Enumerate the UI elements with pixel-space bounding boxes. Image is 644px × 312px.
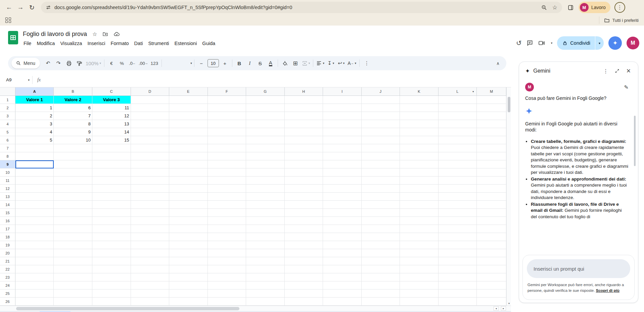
cell-H5[interactable] [285,128,323,136]
cell-A7[interactable] [15,144,54,152]
cell-F10[interactable] [208,168,246,177]
cell-I6[interactable] [323,136,362,144]
cell-C3[interactable]: 12 [92,112,131,120]
cell-J10[interactable] [362,168,400,177]
cell-J4[interactable] [362,120,400,128]
cell-G1[interactable] [246,96,285,104]
cell-A16[interactable] [15,217,54,225]
cell-E9[interactable] [169,160,208,168]
cell-K15[interactable] [400,209,439,217]
cell-H4[interactable] [285,120,323,128]
cell-E23[interactable] [169,273,208,281]
cell-D18[interactable] [131,233,170,241]
merge-cells-icon[interactable]: ▾ [301,58,311,68]
hide-toolbar-icon[interactable]: ∧ [493,58,503,68]
gemini-close-icon[interactable]: × [625,67,633,75]
row-header-18[interactable]: 18 [0,233,15,241]
cell-G13[interactable] [246,193,285,201]
cell-H22[interactable] [285,265,323,273]
cell-C14[interactable] [92,201,131,209]
cell-L26[interactable] [439,298,477,306]
cell-I25[interactable] [323,289,362,298]
increase-font-size-button[interactable]: + [220,58,230,68]
borders-icon[interactable]: ⊞ [290,58,301,68]
cell-C8[interactable] [92,152,131,160]
cell-A6[interactable]: 5 [15,136,54,144]
cell-B7[interactable] [54,144,92,152]
cell-E19[interactable] [169,241,208,249]
text-wrap-icon[interactable]: ↩▾ [336,58,346,68]
cell-I11[interactable] [323,177,362,185]
cell-E21[interactable] [169,257,208,265]
panel-scrollbar-thumb[interactable] [634,116,636,166]
cell-K20[interactable] [400,249,439,257]
cell-D16[interactable] [131,217,170,225]
gemini-expand-icon[interactable] [613,67,621,75]
row-header-23[interactable]: 23 [0,273,15,281]
cell-K2[interactable] [400,104,439,112]
column-header-E[interactable]: E [169,87,208,96]
cell-G22[interactable] [246,265,285,273]
cell-H14[interactable] [285,201,323,209]
comments-icon[interactable] [526,40,533,46]
cell-K8[interactable] [400,152,439,160]
sheets-logo-icon[interactable] [8,31,18,44]
row-header-14[interactable]: 14 [0,201,15,209]
cell-I18[interactable] [323,233,362,241]
cell-M21[interactable] [477,257,506,265]
cell-H13[interactable] [285,193,323,201]
select-all-corner[interactable] [0,87,15,96]
cell-B25[interactable] [54,289,92,298]
vertical-scrollbar[interactable]: ▾ [506,87,511,306]
cell-K9[interactable] [400,160,439,168]
cell-H20[interactable] [285,249,323,257]
cell-B1[interactable]: Valore 2 [54,96,92,104]
cell-M19[interactable] [477,241,506,249]
cell-F8[interactable] [208,152,246,160]
cell-J17[interactable] [362,225,400,233]
cell-G23[interactable] [246,273,285,281]
cell-D8[interactable] [131,152,170,160]
cell-H10[interactable] [285,168,323,177]
cell-G16[interactable] [246,217,285,225]
cell-F2[interactable] [208,104,246,112]
cell-M10[interactable] [477,168,506,177]
cell-A12[interactable] [15,185,54,193]
cell-L12[interactable] [439,185,477,193]
cell-C2[interactable]: 11 [92,104,131,112]
cell-B21[interactable] [54,257,92,265]
row-header-6[interactable]: 6 [0,136,15,144]
toolbar-search-button[interactable]: Menu [11,58,40,69]
cell-K25[interactable] [400,289,439,298]
formula-input[interactable] [41,73,511,87]
cell-B9[interactable] [54,160,92,168]
menu-modifica[interactable]: Modifica [34,40,57,47]
cell-D11[interactable] [131,177,170,185]
cell-E25[interactable] [169,289,208,298]
cell-K22[interactable] [400,265,439,273]
cell-M11[interactable] [477,177,506,185]
cell-M23[interactable] [477,273,506,281]
cell-L18[interactable] [439,233,477,241]
cell-J25[interactable] [362,289,400,298]
all-bookmarks-button[interactable]: Tutti i preferiti [599,16,639,24]
cell-J5[interactable] [362,128,400,136]
cell-F17[interactable] [208,225,246,233]
cell-L2[interactable] [439,104,477,112]
cell-A3[interactable]: 2 [15,112,54,120]
cell-M9[interactable] [477,160,506,168]
cell-H2[interactable] [285,104,323,112]
cell-M18[interactable] [477,233,506,241]
cell-M25[interactable] [477,289,506,298]
scroll-down-icon[interactable]: ▾ [507,302,511,305]
cell-K19[interactable] [400,241,439,249]
cell-D5[interactable] [131,128,170,136]
cell-L11[interactable] [439,177,477,185]
gemini-chat[interactable]: M ✎ Cosa può fare Gemini in Fogli Google… [525,81,629,251]
cell-H8[interactable] [285,152,323,160]
cell-H7[interactable] [285,144,323,152]
cell-C4[interactable]: 13 [92,120,131,128]
more-toolbar-icon[interactable]: ⋮ [362,58,372,68]
row-header-21[interactable]: 21 [0,257,15,265]
paint-format-icon[interactable] [74,58,84,68]
